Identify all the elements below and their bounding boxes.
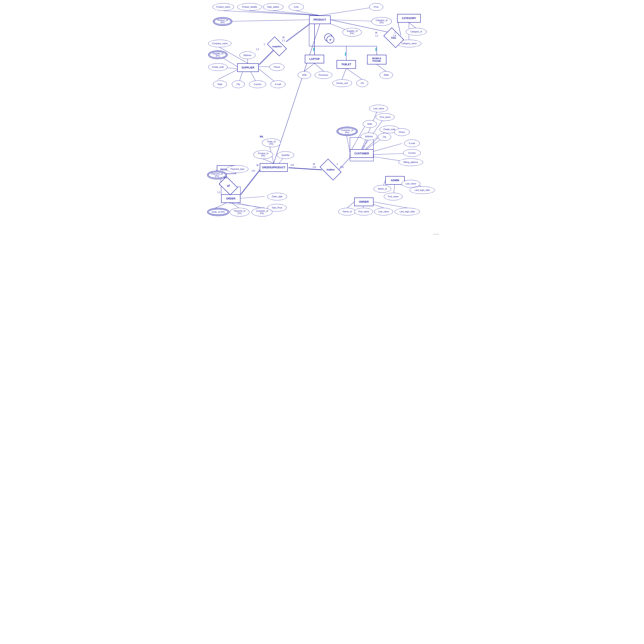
svg-line-44: [362, 129, 387, 152]
svg-line-34: [346, 68, 362, 79]
attr-customer-id-fk: Customer_id(FK): [252, 208, 272, 216]
svg-line-40: [362, 108, 378, 149]
of-label-11a: 1,1: [224, 177, 227, 179]
svg-line-70: [215, 203, 226, 208]
svg-line-32: [314, 63, 324, 71]
attr-country-supplier: Country: [249, 80, 266, 88]
svg-line-35: [377, 64, 386, 71]
relationship-has: has: [385, 32, 402, 44]
svg-line-87: [241, 170, 260, 195]
attr-ram: RAM: [380, 71, 393, 79]
attr-phone-customer: Phone: [394, 128, 410, 136]
attr-company-name: Company_name: [208, 40, 231, 47]
attr-quantity: Quantity: [277, 151, 294, 159]
attr-owner-id: Owner_id: [338, 208, 356, 215]
order-entity: ORDER: [221, 194, 240, 203]
has-label-11: 1,1: [375, 35, 378, 37]
attr-city-customer: City: [378, 133, 391, 141]
supplies-label-1: 1: [264, 43, 265, 46]
svg-line-61: [263, 159, 274, 163]
attr-city-supplier: City: [232, 80, 245, 88]
attr-price: Price: [369, 3, 383, 11]
order-1n: 1,N: [252, 170, 255, 172]
owner-entity: OWNER: [354, 197, 374, 206]
attr-first-name-customer: First_name: [376, 113, 395, 121]
attr-email-customer: E-mail: [404, 140, 420, 147]
has-label-m: M: [375, 31, 377, 34]
customer-entity: CUSTOMER: [350, 149, 374, 158]
svg-line-71: [232, 203, 239, 208]
attr-country-customer: Country: [403, 149, 421, 157]
supplier-entity: SUPPLIER: [237, 63, 259, 72]
specialization-circle: d: [327, 36, 334, 43]
attr-order-id-pk: Order_id (PK): [207, 208, 229, 216]
svg-line-0: [223, 11, 320, 15]
svg-line-57: [289, 167, 322, 170]
supplies-label-m: M: [283, 36, 284, 39]
svg-line-12: [218, 70, 237, 79]
attr-address-customer: Address: [361, 133, 377, 140]
attr-supplier-id-pk: Supplier_id(PK): [208, 50, 228, 59]
attr-state-supplier: State: [213, 80, 227, 88]
attr-hdd: HDD: [298, 71, 311, 79]
attr-screen-size: Screen_size: [332, 79, 352, 87]
makes-label-1n: 1,N: [313, 166, 316, 168]
order2product-entity: ORDER2PRODUCT: [260, 163, 288, 172]
attr-category-id-fk: Category_id(FK): [371, 17, 392, 26]
attr-admin-login: Last_login_date: [410, 186, 435, 194]
attr-admin-lname: Last_name: [401, 180, 420, 187]
svg-line-4: [320, 7, 376, 15]
of-label-1: 1: [219, 183, 220, 186]
pk-label: PK: [260, 135, 263, 138]
er-diagram-canvas: PRODUCT SUPPLIER LAPTOP TABLET MOBILEPHO…: [204, 0, 440, 236]
attr-owner-fname: First_name: [354, 208, 373, 215]
attr-admin-fname: First_name: [384, 193, 403, 200]
svg-line-3: [296, 11, 320, 15]
attr-product-id: Product_id(PK): [213, 17, 232, 26]
laptop-entity: LAPTOP: [305, 55, 324, 63]
product-entity: PRODUCT: [309, 15, 331, 24]
attr-postal-supplier: Postal_code: [208, 63, 228, 71]
order-m: M: [257, 164, 258, 166]
spec-arrow-laptop: ⬇: [312, 47, 316, 52]
attr-owner-lname: Last_name: [374, 208, 393, 215]
attr-date-added: Date_added: [263, 3, 283, 11]
attr-order-id-fk: Order_id(FK): [262, 138, 281, 147]
svg-line-2: [273, 11, 320, 15]
attr-os: OS: [356, 79, 368, 87]
attr-order-date: Order_date: [267, 193, 287, 200]
attr-payment-id-fk: Payment_id(FK): [230, 208, 249, 216]
supplies-label-11: 1,1: [282, 39, 285, 42]
attr-email-supplier: E-mail: [270, 80, 286, 88]
svg-line-31: [304, 63, 314, 71]
svg-line-59: [288, 168, 322, 170]
attr-product-id-fk: Product_id(FK): [253, 150, 273, 159]
makes-label-m: M: [313, 163, 315, 165]
supplies-label-13: 1,3: [256, 48, 259, 50]
svg-line-33: [342, 68, 346, 79]
attr-customer-id: Customer_id(PK): [337, 127, 358, 136]
attr-admin-id: Admin_id: [374, 185, 391, 193]
attr-category-id: Category_id: [406, 28, 427, 35]
attr-product-details: Product_detaills: [237, 3, 262, 11]
svg-line-86: [240, 170, 260, 194]
spec-arrow-mobile: ⬇: [374, 47, 378, 52]
svg-line-1: [249, 11, 320, 15]
has-label-1: 1: [394, 31, 396, 34]
mobile-entity: MOBILEPHONE: [367, 55, 386, 64]
attr-state-customer: State: [363, 120, 377, 128]
tablet-entity: TABLET: [337, 60, 356, 69]
svg-line-85: [374, 202, 407, 208]
attr-color: Color: [289, 3, 304, 11]
spec-arrow-tablet: ⬇: [343, 52, 347, 57]
attr-owner-login: Last_login_date: [395, 208, 420, 215]
makes-label-1: 1: [337, 163, 338, 165]
svg-line-5: [223, 20, 309, 21]
watermark: creately: [433, 233, 439, 235]
attr-billing-customer: Billing_address: [398, 158, 423, 166]
attr-supplier-id-fk: Supplier_id(FK): [342, 28, 362, 36]
attr-product-name: Product_name: [213, 3, 234, 11]
relationship-supplies: supplies: [267, 40, 287, 52]
attr-address-supplier: Address: [239, 52, 255, 59]
svg-line-18: [286, 24, 309, 41]
